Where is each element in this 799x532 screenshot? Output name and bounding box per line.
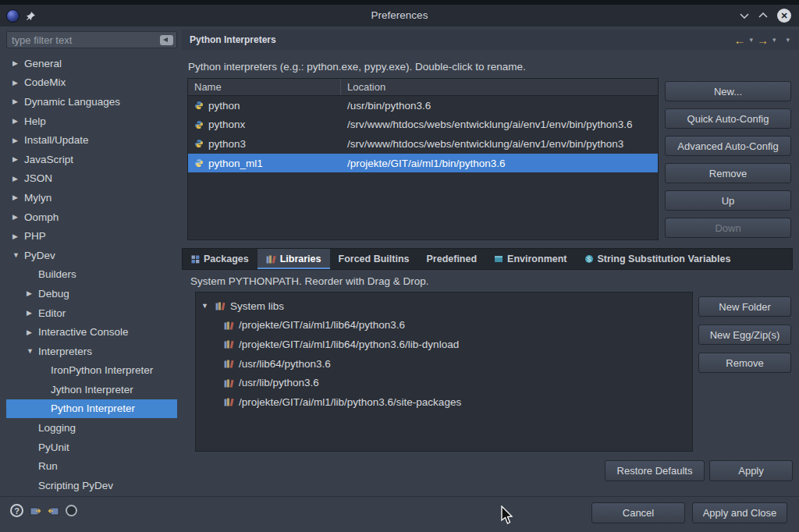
library-path-item[interactable]: /projekte/GIT/ai/ml1/lib64/python3.6/lib… — [196, 335, 692, 354]
library-path-item[interactable]: /projekte/GIT/ai/ml1/lib/python3.6/site-… — [196, 392, 692, 412]
sidebar-item-mylyn[interactable]: Mylyn — [6, 188, 177, 207]
sidebar-item-editor[interactable]: Editor — [6, 303, 177, 323]
sidebar-item-label: Dynamic Languages — [24, 96, 120, 108]
environment-icon — [494, 254, 503, 264]
expand-arrow-icon[interactable] — [12, 232, 24, 240]
library-icon — [224, 339, 234, 349]
expand-arrow-icon[interactable] — [27, 309, 38, 317]
expand-arrow-icon[interactable] — [12, 193, 24, 201]
sidebar-item-pydev[interactable]: PyDev — [6, 246, 177, 265]
sidebar-item-interpreters[interactable]: Interpreters — [6, 342, 177, 361]
expand-arrow-icon[interactable] — [12, 155, 24, 163]
tab-environment[interactable]: Environment — [485, 249, 575, 269]
interpreters-table[interactable]: Name Location python /usr/bin/python3.6 … — [187, 78, 659, 240]
sidebar-item-ironpython-interpreter[interactable]: IronPython Interpreter — [6, 361, 177, 381]
python-icon — [194, 139, 204, 148]
quick-auto-config-button[interactable]: Quick Auto-Config — [665, 108, 791, 129]
export-preferences-icon[interactable] — [30, 505, 41, 516]
new-interpreter-button[interactable]: New... — [665, 81, 791, 101]
table-header[interactable]: Name Location — [188, 79, 658, 96]
sidebar-item-jython-interpreter[interactable]: Jython Interpreter — [6, 380, 177, 399]
sidebar-item-run[interactable]: Run — [6, 456, 177, 476]
sidebar-item-interactive-console[interactable]: Interactive Console — [6, 322, 177, 342]
preference-recorder-icon[interactable] — [66, 505, 77, 516]
down-button[interactable]: Down — [665, 218, 791, 238]
remove-library-button[interactable]: Remove — [698, 353, 791, 373]
remove-interpreter-button[interactable]: Remove — [665, 163, 791, 183]
filter-input[interactable] — [10, 34, 160, 47]
advanced-auto-config-button[interactable]: Advanced Auto-Config — [665, 136, 791, 156]
expand-arrow-icon[interactable] — [12, 137, 24, 144]
interpreter-row-selected[interactable]: python_ml1 /projekte/GIT/ai/ml1/bin/pyth… — [188, 154, 658, 173]
maximize-icon[interactable] — [758, 12, 768, 19]
tab-forced-builtins[interactable]: Forced Builtins — [330, 249, 418, 269]
sidebar-item-label: Python Interpreter — [51, 403, 135, 414]
sidebar-item-javascript[interactable]: JavaScript — [6, 150, 177, 169]
new-egg-zip-button[interactable]: New Egg/Zip(s) — [698, 325, 791, 345]
interpreter-row[interactable]: pythonx /srv/www/htdocs/webs/entwicklung… — [188, 115, 658, 135]
expand-arrow-icon[interactable] — [27, 347, 38, 355]
expand-arrow-icon[interactable] — [12, 59, 24, 67]
sidebar-item-php[interactable]: PHP — [6, 226, 177, 246]
system-pythonpath-tree[interactable]: ▼ System libs /projekte/GIT/ai/ml1/lib64… — [195, 292, 693, 452]
tab-predefined[interactable]: Predefined — [417, 249, 485, 269]
expand-arrow-icon[interactable] — [12, 175, 24, 183]
sidebar-item-debug[interactable]: Debug — [6, 284, 177, 303]
expand-arrow-icon[interactable] — [12, 117, 24, 125]
sidebar-item-builders[interactable]: Builders — [6, 265, 177, 285]
forward-icon[interactable]: → — [757, 34, 769, 46]
library-path-item[interactable]: /projekte/GIT/ai/ml1/lib64/python3.6 — [196, 316, 692, 335]
sidebar-item-dynamic-languages[interactable]: Dynamic Languages — [6, 92, 177, 112]
back-icon[interactable]: ← — [733, 34, 745, 46]
library-path: /usr/lib/python3.6 — [239, 377, 319, 388]
expand-arrow-icon[interactable] — [12, 251, 24, 259]
help-icon[interactable]: ? — [10, 504, 23, 517]
import-preferences-icon[interactable] — [48, 505, 59, 516]
interpreter-row[interactable]: python3 /srv/www/htdocs/webs/entwicklung… — [188, 134, 658, 154]
sidebar-item-scripting-pydev[interactable]: Scripting PyDev — [6, 476, 177, 492]
expand-arrow-icon[interactable] — [12, 79, 24, 87]
sidebar-item-codemix[interactable]: CodeMix — [6, 73, 177, 93]
library-path-item[interactable]: /usr/lib64/python3.6 — [196, 354, 692, 374]
sidebar-item-label: Debug — [38, 288, 69, 300]
sidebar-item-logging[interactable]: Logging — [6, 418, 177, 438]
apply-and-close-button[interactable]: Apply and Close — [692, 502, 787, 523]
tab-packages[interactable]: Packages — [183, 249, 257, 269]
tab-libraries[interactable]: Libraries — [257, 249, 330, 269]
apply-button[interactable]: Apply — [709, 460, 793, 481]
expand-arrow-icon[interactable]: ▼ — [201, 302, 211, 310]
tab-string-substitution-variables[interactable]: String Substitution Variables — [576, 249, 740, 269]
expand-arrow-icon[interactable] — [12, 213, 24, 221]
forward-dropdown-icon[interactable]: ▾ — [772, 37, 776, 44]
tab-label: Packages — [204, 254, 249, 264]
column-header-location[interactable]: Location — [341, 79, 658, 95]
sidebar-item-python-interpreter[interactable]: Python Interpreter — [6, 399, 177, 419]
expand-arrow-icon[interactable] — [12, 98, 24, 105]
restore-defaults-button[interactable]: Restore Defaults — [605, 460, 705, 481]
up-button[interactable]: Up — [665, 190, 791, 211]
library-path-item[interactable]: /usr/lib/python3.6 — [196, 373, 692, 392]
column-header-name[interactable]: Name — [188, 79, 341, 95]
sidebar-item-pyunit[interactable]: PyUnit — [6, 438, 177, 457]
new-folder-button[interactable]: New Folder — [698, 296, 791, 317]
sidebar-item-general[interactable]: General — [6, 54, 177, 73]
shade-icon[interactable] — [740, 12, 749, 19]
expand-arrow-icon[interactable] — [27, 328, 38, 336]
interpreter-location: /srv/www/htdocs/webs/entwicklung/ai/env1… — [341, 119, 658, 130]
sidebar-item-json[interactable]: JSON — [6, 169, 177, 189]
expand-arrow-icon[interactable] — [27, 289, 38, 297]
system-libs-root[interactable]: ▼ System libs — [196, 296, 692, 316]
sidebar-item-oomph[interactable]: Oomph — [6, 207, 177, 227]
back-dropdown-icon[interactable]: ▾ — [749, 37, 753, 44]
preferences-tree: General CodeMix Dynamic Languages Help I… — [6, 54, 177, 492]
sidebar-item-install-update[interactable]: Install/Update — [6, 130, 177, 150]
interpreter-row[interactable]: python /usr/bin/python3.6 — [188, 96, 658, 115]
preferences-sidebar: General CodeMix Dynamic Languages Help I… — [6, 31, 177, 496]
view-menu-icon[interactable]: ▾ — [786, 37, 790, 44]
clear-filter-icon[interactable] — [160, 35, 173, 45]
filter-box[interactable] — [6, 31, 177, 48]
sidebar-item-help[interactable]: Help — [6, 112, 177, 131]
close-icon[interactable]: ✕ — [777, 9, 791, 23]
titlebar[interactable]: Preferences ✕ — [0, 5, 799, 27]
cancel-button[interactable]: Cancel — [591, 502, 685, 523]
